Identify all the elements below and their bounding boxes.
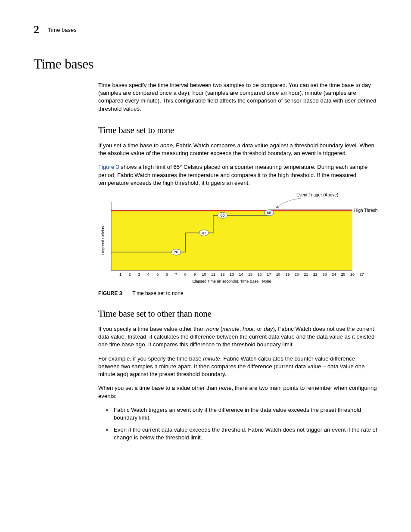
svg-text:20: 20 [174, 250, 178, 254]
svg-text:60: 60 [220, 213, 224, 218]
svg-text:27: 27 [359, 272, 364, 277]
svg-text:1: 1 [119, 272, 121, 277]
text-run: , or [254, 326, 264, 332]
svg-text:23: 23 [322, 272, 327, 277]
svg-text:12: 12 [220, 272, 224, 277]
svg-text:41: 41 [202, 230, 206, 235]
svg-text:14: 14 [239, 272, 243, 277]
main-content: Time bases Time bases specify the time i… [34, 56, 378, 446]
threshold-label: High Threshold= 65C [354, 208, 377, 213]
svg-text:10: 10 [202, 272, 206, 277]
data-badge: 60 [218, 212, 227, 218]
data-badge: 41 [199, 230, 209, 236]
text-run: When you set a time base to a value othe… [98, 385, 219, 391]
svg-text:25: 25 [341, 272, 345, 277]
svg-text:16: 16 [258, 272, 262, 277]
svg-text:22: 22 [313, 272, 318, 277]
emphasis: day [264, 326, 273, 332]
text-run: If you specify a time base value other t… [98, 326, 206, 332]
x-axis-label: Elapsed Time (in seconds), Time Base= No… [193, 279, 271, 283]
svg-text:4: 4 [147, 272, 149, 277]
bullet-list: Fabric Watch triggers an event only if t… [106, 406, 377, 442]
subsection-title: Time base set to none [98, 125, 377, 136]
svg-text:24: 24 [332, 272, 336, 277]
svg-text:6: 6 [166, 272, 168, 277]
running-header: 2 Time bases [34, 23, 77, 36]
text-run: , [240, 326, 243, 332]
figure-caption-text: Time base set to none [132, 290, 183, 296]
callout-leader [276, 198, 301, 208]
chapter-number: 2 [34, 23, 39, 36]
svg-text:2: 2 [129, 272, 131, 277]
figure-number: FIGURE 3 [98, 290, 122, 296]
svg-text:21: 21 [304, 272, 308, 277]
svg-text:7: 7 [175, 272, 177, 277]
svg-text:13: 13 [230, 272, 234, 277]
emphasis: none [160, 142, 173, 149]
svg-text:8: 8 [184, 272, 187, 277]
emphasis: minute [222, 326, 240, 332]
list-item: Even if the current data value exceeds t… [106, 426, 377, 442]
figure-cross-reference[interactable]: Figure 3 [98, 164, 119, 170]
subsection-title: Time base set to other than none [98, 308, 377, 319]
event-trigger-label: Event Trigger (Above) [296, 193, 338, 197]
body-paragraph: Figure 3 shows a high limit of 65° Celsi… [98, 163, 377, 187]
x-ticks: 1 2 3 4 5 6 7 8 9 10 11 12 13 14 15 16 1 [119, 272, 364, 277]
figure-caption: FIGURE 3Time base set to none [98, 290, 377, 296]
svg-text:66: 66 [267, 211, 271, 215]
figure-chart: 1 2 3 4 5 6 7 8 9 10 11 12 13 14 15 16 1 [98, 193, 377, 288]
data-badge: 66 [264, 210, 274, 216]
emphasis: none [206, 326, 219, 332]
data-badge: 20 [171, 249, 181, 255]
text-run: For example, if you specify the time bas… [98, 355, 203, 362]
svg-text:17: 17 [267, 272, 271, 277]
text-run: If you set a time base to [98, 142, 160, 149]
svg-text:20: 20 [295, 272, 299, 277]
intro-paragraph: Time bases specify the time interval bet… [98, 81, 377, 113]
svg-text:11: 11 [211, 272, 215, 277]
y-axis-label: Degreed Celcius [101, 226, 105, 255]
threshold-fill [111, 211, 352, 271]
svg-text:26: 26 [350, 272, 355, 277]
list-item: Fabric Watch triggers an event only if t… [106, 406, 377, 422]
emphasis: hour [243, 326, 254, 332]
body-paragraph: If you set a time base to none, Fabric W… [98, 142, 377, 157]
text-run: shows a high limit of 65° Celsius placed… [98, 164, 367, 186]
body-paragraph: For example, if you specify the time bas… [98, 355, 377, 379]
svg-text:9: 9 [193, 272, 196, 277]
svg-text:3: 3 [138, 272, 140, 277]
text-run: ( [219, 326, 222, 332]
svg-text:15: 15 [248, 272, 252, 277]
svg-text:19: 19 [285, 272, 290, 277]
body-paragraph: When you set a time base to a value othe… [98, 384, 377, 400]
svg-text:18: 18 [276, 272, 280, 277]
svg-text:5: 5 [156, 272, 159, 277]
section-title: Time bases [34, 56, 378, 72]
emphasis: minute [203, 355, 220, 362]
chapter-title: Time bases [48, 27, 77, 33]
body-paragraph: If you specify a time base value other t… [98, 325, 377, 349]
emphasis: none [219, 385, 231, 391]
